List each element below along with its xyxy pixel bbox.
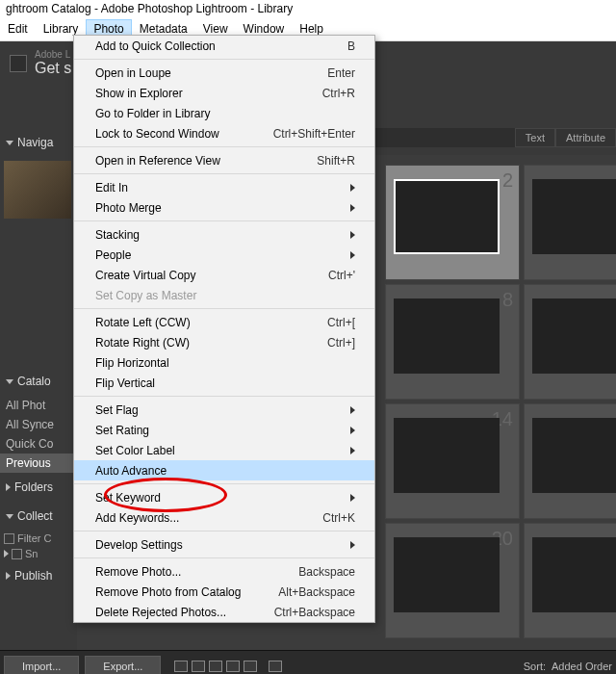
menu-edit[interactable]: Edit [0, 19, 36, 39]
filter-tab-attribute[interactable]: Attribute [555, 128, 616, 147]
menu-item-create-virtual-copy[interactable]: Create Virtual CopyCtrl+' [74, 265, 374, 285]
loupe-view-icon[interactable] [192, 661, 205, 672]
menu-item-shortcut: Ctrl+] [327, 336, 355, 350]
people-view-icon[interactable] [244, 661, 257, 672]
panel-publish-label: Publish [14, 569, 52, 583]
photo-thumbnail[interactable] [394, 418, 500, 493]
menu-item-label: Set Keyword [95, 491, 161, 505]
menu-item-rotate-left-ccw[interactable]: Rotate Left (CCW)Ctrl+[ [74, 312, 374, 332]
menu-item-set-copy-as-master: Set Copy as Master [74, 285, 374, 305]
menu-item-open-in-reference-view[interactable]: Open in Reference ViewShift+R [74, 150, 374, 170]
menu-item-photo-merge[interactable]: Photo Merge [74, 197, 374, 218]
menu-item-shortcut: Alt+Backspace [278, 585, 355, 599]
photo-thumbnail[interactable] [532, 298, 616, 374]
grid-cell[interactable]: 8 [385, 284, 520, 400]
photo-thumbnail[interactable] [394, 537, 500, 612]
photo-thumbnail[interactable] [394, 179, 500, 254]
menu-item-auto-advance[interactable]: Auto Advance [74, 460, 374, 480]
photo-menu-dropdown: Add to Quick CollectionBOpen in LoupeEnt… [73, 35, 375, 623]
menu-item-shortcut: Ctrl+R [322, 87, 355, 100]
grid-cell[interactable]: 14 [385, 403, 520, 519]
navigator-preview [4, 161, 71, 219]
filter-tab-text[interactable]: Text [515, 128, 555, 147]
grid-cell[interactable]: 21 [524, 523, 616, 638]
panel-catalog-label: Catalo [17, 375, 51, 388]
menu-item-add-to-quick-collection[interactable]: Add to Quick CollectionB [74, 36, 374, 56]
menu-item-label: Set Flag [95, 403, 139, 417]
grid-cell[interactable]: 15 [524, 403, 616, 519]
menu-item-edit-in[interactable]: Edit In [74, 177, 374, 197]
menu-item-label: Remove Photo from Catalog [95, 585, 241, 599]
menu-item-develop-settings[interactable]: Develop Settings [74, 534, 374, 555]
menu-item-remove-photo[interactable]: Remove Photo...Backspace [74, 561, 374, 582]
grid-cell[interactable]: 2 [385, 165, 520, 280]
menu-item-set-keyword[interactable]: Set Keyword [74, 487, 374, 507]
menu-item-label: Open in Loupe [95, 66, 171, 80]
lightroom-logo-icon [10, 55, 27, 72]
menu-item-open-in-loupe[interactable]: Open in LoupeEnter [74, 63, 374, 83]
menu-item-shortcut: Enter [327, 66, 355, 80]
menu-item-label: Auto Advance [95, 464, 167, 478]
grid-cell[interactable]: 20 [385, 523, 520, 638]
photo-thumbnail[interactable] [394, 298, 500, 374]
menu-item-label: Develop Settings [95, 538, 183, 552]
menu-item-add-keywords[interactable]: Add Keywords...Ctrl+K [74, 507, 374, 528]
window-title: ghtroom Catalog - Adobe Photoshop Lightr… [0, 0, 616, 17]
compare-view-icon[interactable] [209, 661, 222, 672]
menu-item-people[interactable]: People [74, 245, 374, 265]
menu-item-label: Stacking [95, 228, 140, 242]
catalog-item-previous-import[interactable]: Previous [0, 454, 77, 473]
panel-publish[interactable]: Publish [0, 561, 77, 590]
bottom-toolbar: Import... Export... Sort: Added Order [0, 650, 616, 674]
menu-item-rotate-right-cw[interactable]: Rotate Right (CW)Ctrl+] [74, 332, 374, 352]
grid-view-icon[interactable] [174, 661, 188, 672]
filter-collections[interactable]: Filter C [0, 531, 77, 546]
library-filter-bar: Text Attribute [375, 128, 616, 147]
menu-item-flip-vertical[interactable]: Flip Vertical [74, 373, 374, 393]
view-mode-icons [174, 661, 257, 672]
import-button[interactable]: Import... [4, 656, 79, 675]
menu-item-label: Flip Vertical [95, 376, 155, 390]
menu-item-label: Set Rating [95, 424, 149, 437]
menu-item-label: Go to Folder in Library [95, 107, 210, 120]
menu-item-delete-rejected-photos[interactable]: Delete Rejected Photos...Ctrl+Backspace [74, 602, 374, 622]
panel-navigator-label: Naviga [17, 136, 53, 149]
menu-item-label: Rotate Right (CW) [95, 336, 190, 350]
photo-thumbnail[interactable] [532, 179, 616, 254]
panel-catalog[interactable]: Catalo [0, 367, 77, 396]
photo-thumbnail[interactable] [532, 537, 616, 612]
grid-cell[interactable]: 9 [524, 284, 616, 400]
painter-icon[interactable] [269, 661, 282, 672]
menu-item-flip-horizontal[interactable]: Flip Horizontal [74, 352, 374, 373]
menu-item-stacking[interactable]: Stacking [74, 224, 374, 245]
survey-view-icon[interactable] [226, 661, 240, 672]
menu-item-label: Show in Explorer [95, 87, 183, 100]
panel-navigator[interactable]: Naviga [0, 128, 77, 157]
photo-thumbnail[interactable] [532, 418, 616, 493]
sort-label: Sort: [524, 661, 546, 672]
menu-item-label: People [95, 248, 131, 262]
grid-index: 8 [502, 289, 513, 311]
menu-item-set-rating[interactable]: Set Rating [74, 420, 374, 440]
sort-value[interactable]: Added Order [552, 661, 612, 672]
menu-item-label: Remove Photo... [95, 565, 181, 579]
export-button[interactable]: Export... [85, 656, 161, 675]
catalog-item-all-synced[interactable]: All Synce [0, 415, 77, 434]
menu-item-go-to-folder-in-library[interactable]: Go to Folder in Library [74, 103, 374, 123]
brand-main: Get s [35, 60, 71, 77]
menu-item-set-color-label[interactable]: Set Color Label [74, 440, 374, 460]
panel-collections[interactable]: Collect [0, 502, 77, 531]
collection-smart[interactable]: Sn [0, 546, 77, 561]
collection-label: Sn [25, 548, 38, 559]
catalog-item-quick-collection[interactable]: Quick Co [0, 434, 77, 454]
grid-cell[interactable]: 3 [524, 165, 616, 280]
menu-item-lock-to-second-window[interactable]: Lock to Second WindowCtrl+Shift+Enter [74, 123, 374, 143]
menu-item-label: Edit In [95, 181, 128, 194]
menu-item-set-flag[interactable]: Set Flag [74, 400, 374, 420]
menu-item-remove-photo-from-catalog[interactable]: Remove Photo from CatalogAlt+Backspace [74, 582, 374, 602]
panel-folders[interactable]: Folders [0, 473, 77, 502]
menu-item-show-in-explorer[interactable]: Show in ExplorerCtrl+R [74, 83, 374, 103]
catalog-item-all-photos[interactable]: All Phot [0, 396, 77, 415]
collection-icon [12, 549, 22, 559]
menu-item-label: Set Copy as Master [95, 289, 196, 302]
